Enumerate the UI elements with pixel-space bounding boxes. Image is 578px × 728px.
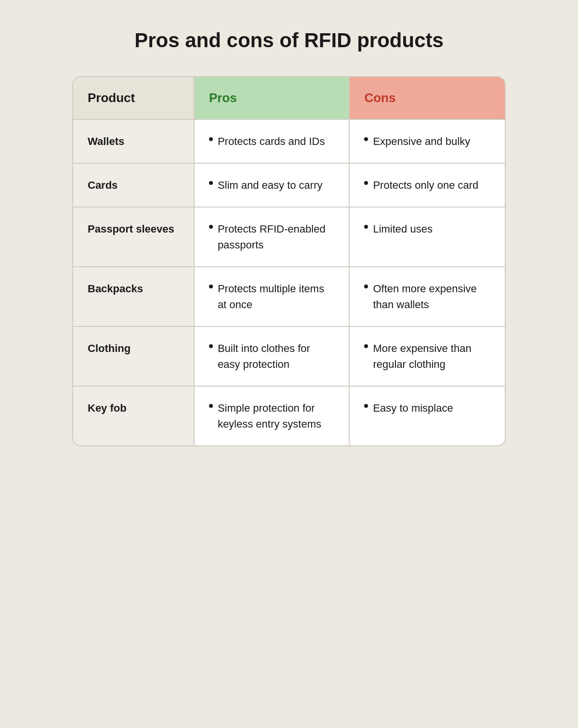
table-row: Key fobSimple protection for keyless ent… [73,386,505,445]
bullet-item: Often more expensive than wallets [364,281,490,312]
cell-pros-1: Slim and easy to carry [194,163,350,207]
bullet-dot [209,285,213,288]
table-wrapper: Product Pros Cons WalletsProtects cards … [72,76,506,446]
bullet-text: Built into clothes for easy protection [218,340,335,372]
cell-cons-5: Easy to misplace [349,386,505,445]
bullet-text: Protects RFID-enabled passports [218,221,335,253]
bullet-text: Easy to misplace [373,400,490,416]
bullet-item: Easy to misplace [364,400,490,416]
bullet-item: More expensive than regular clothing [364,340,490,372]
table-row: Passport sleevesProtects RFID-enabled pa… [73,207,505,267]
page-title: Pros and cons of RFID products [72,29,506,52]
bullet-item: Limited uses [364,221,490,237]
cell-pros-3: Protects multiple items at once [194,267,350,326]
table-row: BackpacksProtects multiple items at once… [73,267,505,326]
cell-cons-0: Expensive and bulky [349,119,505,163]
cell-cons-4: More expensive than regular clothing [349,326,505,386]
bullet-item: Simple protection for keyless entry syst… [209,400,335,432]
table-header-row: Product Pros Cons [73,77,505,119]
cell-product-2: Passport sleeves [73,207,194,267]
bullet-dot [209,344,213,348]
table-row: CardsSlim and easy to carryProtects only… [73,163,505,207]
cell-pros-5: Simple protection for keyless entry syst… [194,386,350,445]
cell-product-0: Wallets [73,119,194,163]
bullet-text: More expensive than regular clothing [373,340,490,372]
header-cons: Cons [349,77,505,119]
bullet-text: Protects multiple items at once [218,281,335,312]
bullet-dot [364,344,368,348]
cell-cons-1: Protects only one card [349,163,505,207]
bullet-text: Protects only one card [373,177,490,193]
bullet-text: Protects cards and IDs [218,133,335,149]
table-row: WalletsProtects cards and IDsExpensive a… [73,119,505,163]
bullet-dot [209,225,213,229]
bullet-item: Protects only one card [364,177,490,193]
bullet-item: Expensive and bulky [364,133,490,149]
bullet-item: Built into clothes for easy protection [209,340,335,372]
bullet-text: Expensive and bulky [373,133,490,149]
bullet-item: Protects RFID-enabled passports [209,221,335,253]
main-table: Product Pros Cons WalletsProtects cards … [73,77,505,445]
bullet-dot [364,137,368,141]
bullet-item: Slim and easy to carry [209,177,335,193]
bullet-dot [209,181,213,185]
bullet-dot [209,404,213,408]
bullet-text: Often more expensive than wallets [373,281,490,312]
bullet-dot [364,404,368,408]
bullet-item: Protects multiple items at once [209,281,335,312]
cell-cons-3: Often more expensive than wallets [349,267,505,326]
bullet-dot [364,181,368,185]
page-container: Pros and cons of RFID products Product P… [72,29,506,446]
table-row: ClothingBuilt into clothes for easy prot… [73,326,505,386]
cell-pros-4: Built into clothes for easy protection [194,326,350,386]
cell-cons-2: Limited uses [349,207,505,267]
bullet-text: Limited uses [373,221,490,237]
cell-pros-2: Protects RFID-enabled passports [194,207,350,267]
bullet-text: Simple protection for keyless entry syst… [218,400,335,432]
cell-product-4: Clothing [73,326,194,386]
cell-product-5: Key fob [73,386,194,445]
bullet-dot [364,225,368,229]
bullet-item: Protects cards and IDs [209,133,335,149]
bullet-dot [364,285,368,288]
bullet-text: Slim and easy to carry [218,177,335,193]
bullet-dot [209,137,213,141]
cell-pros-0: Protects cards and IDs [194,119,350,163]
cell-product-3: Backpacks [73,267,194,326]
header-product: Product [73,77,194,119]
cell-product-1: Cards [73,163,194,207]
header-pros: Pros [194,77,350,119]
